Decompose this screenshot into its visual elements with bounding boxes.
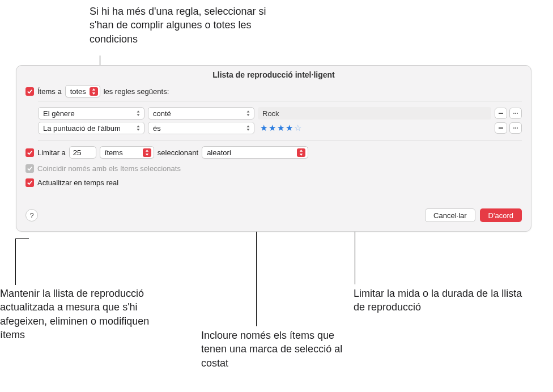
- rule-actions: [495, 108, 522, 119]
- rule-field-select[interactable]: El gènere: [38, 107, 144, 120]
- callout-line-bl1: [15, 238, 16, 285]
- limit-checkbox[interactable]: [25, 148, 34, 157]
- rule-op-select[interactable]: conté: [148, 107, 254, 120]
- rule-stars-rating[interactable]: ★★★★☆: [258, 123, 491, 133]
- svg-rect-4: [499, 127, 503, 129]
- callout-line-bl2: [15, 238, 29, 239]
- callout-bottom-left: Mantenir la llista de reproducció actual…: [0, 287, 170, 342]
- match-checkbox[interactable]: [25, 87, 34, 96]
- rule-value-input[interactable]: [258, 107, 491, 120]
- live-update-label: Actualitzar en temps real: [37, 178, 118, 187]
- cancel-button[interactable]: Cancel·lar: [425, 208, 475, 222]
- rule-op-value: conté: [153, 109, 171, 118]
- live-update-checkbox[interactable]: [25, 178, 34, 187]
- limit-prefix: Limitar a: [37, 148, 66, 157]
- svg-point-1: [513, 113, 514, 114]
- svg-point-5: [513, 127, 514, 129]
- dialog-title: Llista de reproducció intel·ligent: [16, 66, 531, 85]
- limit-selecting-label: seleccionant: [158, 148, 198, 157]
- callout-top: Si hi ha més d'una regla, seleccionar si…: [90, 5, 271, 46]
- limit-method-select[interactable]: aleatori: [202, 146, 308, 159]
- rules-container: El gènere conté: [38, 101, 522, 140]
- ok-button[interactable]: D'acord: [480, 208, 522, 222]
- chevron-updown-icon: [143, 148, 151, 157]
- limit-row: Limitar a ítems seleccionant aleatori: [25, 146, 522, 159]
- chevron-updown-icon: [135, 110, 142, 117]
- rule-field-value: El gènere: [43, 109, 75, 118]
- match-mode-select[interactable]: totes: [65, 85, 100, 97]
- chevron-updown-icon: [135, 125, 142, 131]
- rule-row: La puntuació de l'àlbum és ★★★★☆: [38, 122, 522, 134]
- only-checked-label: Coincidir només amb els ítems selecciona…: [37, 164, 181, 173]
- callout-bottom-right: Limitar la mida o la durada de la llista…: [354, 287, 535, 314]
- svg-point-2: [515, 113, 516, 114]
- chevron-updown-icon: [245, 110, 252, 117]
- rule-field-value: La puntuació de l'àlbum: [43, 124, 121, 133]
- chevron-updown-icon: [90, 87, 98, 96]
- smart-playlist-dialog: Llista de reproducció intel·ligent Ítems…: [16, 65, 531, 232]
- remove-rule-button[interactable]: [495, 108, 507, 119]
- rule-field-select[interactable]: La puntuació de l'àlbum: [38, 122, 144, 134]
- live-update-row: Actualitzar en temps real: [25, 178, 522, 187]
- remove-rule-button[interactable]: [495, 122, 507, 134]
- limit-method-value: aleatori: [207, 148, 231, 157]
- rule-row: El gènere conté: [38, 107, 522, 120]
- help-button[interactable]: ?: [25, 209, 38, 221]
- rule-op-select[interactable]: és: [148, 122, 254, 134]
- match-row: Ítems a totes les regles següents:: [25, 85, 522, 97]
- add-rule-button[interactable]: [509, 108, 522, 119]
- svg-point-7: [517, 127, 518, 129]
- svg-point-3: [517, 113, 518, 114]
- match-mode-value: totes: [70, 87, 86, 96]
- chevron-updown-icon: [297, 148, 305, 157]
- svg-rect-0: [499, 113, 503, 114]
- match-prefix: Ítems a: [37, 87, 62, 96]
- rule-actions: [495, 122, 522, 134]
- limit-unit-value: ítems: [105, 148, 123, 157]
- svg-point-6: [515, 127, 516, 129]
- chevron-updown-icon: [245, 125, 252, 131]
- limit-unit-select[interactable]: ítems: [100, 146, 154, 159]
- match-suffix: les regles següents:: [104, 87, 169, 96]
- dialog-footer: ? Cancel·lar D'acord: [16, 204, 531, 222]
- only-checked-row: Coincidir només amb els ítems selecciona…: [25, 164, 522, 173]
- callout-bottom-mid: Incloure només els ítems que tenen una m…: [201, 329, 348, 370]
- limit-value-input[interactable]: [69, 146, 96, 159]
- add-rule-button[interactable]: [509, 122, 522, 134]
- only-checked-checkbox: [25, 164, 34, 173]
- rule-op-value: és: [153, 124, 161, 133]
